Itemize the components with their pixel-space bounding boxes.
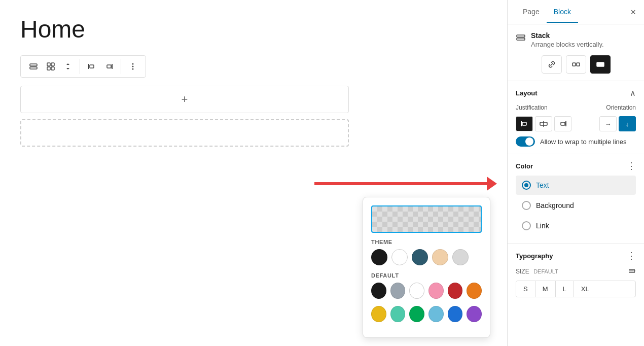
toolbar-group-1 xyxy=(26,59,80,74)
toggle-knob xyxy=(525,137,533,146)
svg-rect-24 xyxy=(565,121,566,126)
theme-swatch-teal[interactable] xyxy=(412,249,428,265)
default-swatch-blue[interactable] xyxy=(448,306,463,322)
toolbar-group-2 xyxy=(84,59,121,74)
svg-rect-8 xyxy=(107,65,111,68)
panel-tabs: Page Block × xyxy=(508,0,644,24)
color-preview-swatch[interactable] xyxy=(371,205,482,233)
size-xl-btn[interactable]: XL xyxy=(574,281,596,297)
block-toolbar xyxy=(20,55,146,78)
stack-toolbar-btn[interactable] xyxy=(26,59,41,74)
color-radio-background xyxy=(522,201,531,210)
align-right-toolbar-btn[interactable] xyxy=(101,59,117,74)
size-adjust-btn[interactable] xyxy=(628,267,636,275)
default-swatches-row2 xyxy=(371,306,482,322)
justify-buttons xyxy=(516,116,571,131)
svg-point-12 xyxy=(132,68,134,70)
color-section-header: Color ⋮ xyxy=(516,161,636,170)
default-swatch-pink[interactable] xyxy=(428,283,444,299)
theme-swatch-black[interactable] xyxy=(371,249,387,265)
color-option-link[interactable]: Link xyxy=(516,216,636,235)
default-swatch-yellow[interactable] xyxy=(371,306,386,322)
wrap-toggle[interactable] xyxy=(516,136,535,147)
panel-close-btn[interactable]: × xyxy=(630,8,636,17)
color-text-label: Text xyxy=(536,181,549,189)
default-swatch-green[interactable] xyxy=(409,306,424,322)
svg-rect-19 xyxy=(521,121,522,126)
right-panel: Page Block × Stack Arrange blocks vertic… xyxy=(507,0,644,346)
default-swatch-gray[interactable] xyxy=(390,283,406,299)
default-swatch-mint[interactable] xyxy=(390,306,406,322)
layout-collapse-icon[interactable]: ∧ xyxy=(630,88,636,98)
svg-rect-7 xyxy=(90,65,94,68)
orientation-label: Orientation xyxy=(606,104,636,111)
justify-left-btn[interactable] xyxy=(516,116,533,131)
layout-title: Layout xyxy=(516,89,538,97)
svg-rect-20 xyxy=(522,122,526,125)
svg-rect-6 xyxy=(88,64,89,69)
stack-description: Arrange blocks vertically. xyxy=(531,41,604,48)
justify-right-btn[interactable] xyxy=(554,116,571,131)
stack-controls xyxy=(516,55,636,74)
color-more-btn[interactable]: ⋮ xyxy=(627,161,636,170)
justify-orient-controls: → ↓ xyxy=(516,116,636,131)
theme-swatch-white[interactable] xyxy=(391,249,408,265)
more-options-toolbar-btn[interactable] xyxy=(125,59,140,74)
stack-header: Stack Arrange blocks vertically. xyxy=(516,31,636,48)
default-swatch-sky[interactable] xyxy=(428,306,444,322)
svg-rect-2 xyxy=(47,63,50,66)
svg-rect-0 xyxy=(30,64,37,66)
svg-rect-3 xyxy=(51,63,54,66)
tab-block[interactable]: Block xyxy=(547,2,578,23)
page-title: Home xyxy=(20,15,487,43)
theme-label: THEME xyxy=(371,239,482,245)
color-link-label: Link xyxy=(536,222,549,230)
size-label-group: SIZE DEFAULT xyxy=(516,266,558,275)
default-swatch-black[interactable] xyxy=(371,283,386,299)
size-l-btn[interactable]: L xyxy=(556,281,574,297)
color-option-background[interactable]: Background xyxy=(516,196,636,215)
size-m-btn[interactable]: M xyxy=(535,281,556,297)
stack-fill-btn[interactable] xyxy=(590,55,611,74)
size-s-btn[interactable]: S xyxy=(516,281,535,297)
svg-rect-14 xyxy=(517,38,525,40)
stack-split-btn[interactable] xyxy=(566,55,586,74)
typography-more-btn[interactable]: ⋮ xyxy=(627,251,636,260)
grid-toolbar-btn[interactable] xyxy=(43,59,58,74)
arrow-shaft xyxy=(314,182,487,185)
default-swatch-orange[interactable] xyxy=(467,283,482,299)
typography-header: Typography ⋮ xyxy=(516,251,636,260)
default-swatch-white[interactable] xyxy=(409,283,424,299)
color-background-label: Background xyxy=(536,201,574,210)
svg-rect-5 xyxy=(51,67,54,70)
color-picker-popup: THEME DEFAULT xyxy=(363,197,490,338)
orient-horizontal-btn[interactable]: → xyxy=(599,116,617,131)
theme-swatch-peach[interactable] xyxy=(432,249,448,265)
svg-rect-16 xyxy=(577,63,580,66)
color-panel-section: Color ⋮ Text Background Link xyxy=(508,154,644,244)
svg-point-11 xyxy=(132,66,134,67)
size-label: SIZE xyxy=(516,268,529,275)
svg-rect-23 xyxy=(561,122,565,125)
tab-page[interactable]: Page xyxy=(516,2,547,23)
stack-link-btn[interactable] xyxy=(542,55,562,74)
default-swatch-purple[interactable] xyxy=(467,306,482,322)
add-block-btn[interactable]: + xyxy=(20,86,349,113)
layout-section: Layout ∧ Justification Orientation xyxy=(508,81,644,154)
theme-swatch-lightgray[interactable] xyxy=(452,249,469,265)
svg-point-10 xyxy=(132,63,134,65)
orient-vertical-btn[interactable]: ↓ xyxy=(619,116,636,131)
svg-rect-9 xyxy=(112,64,113,69)
color-option-text[interactable]: Text xyxy=(516,176,636,195)
size-default-label: DEFAULT xyxy=(533,268,558,274)
typography-section: Typography ⋮ SIZE DEFAULT S M L X xyxy=(508,244,644,304)
justification-row: Justification Orientation xyxy=(516,104,636,111)
stack-info: Stack Arrange blocks vertically. xyxy=(531,31,604,48)
justify-center-btn[interactable] xyxy=(535,116,552,131)
align-left-toolbar-btn[interactable] xyxy=(84,59,99,74)
default-swatch-red[interactable] xyxy=(448,283,463,299)
stack-section: Stack Arrange blocks vertically. xyxy=(508,24,644,81)
reorder-toolbar-btn[interactable] xyxy=(60,59,76,74)
svg-rect-13 xyxy=(517,35,525,37)
color-radio-link xyxy=(522,221,531,230)
